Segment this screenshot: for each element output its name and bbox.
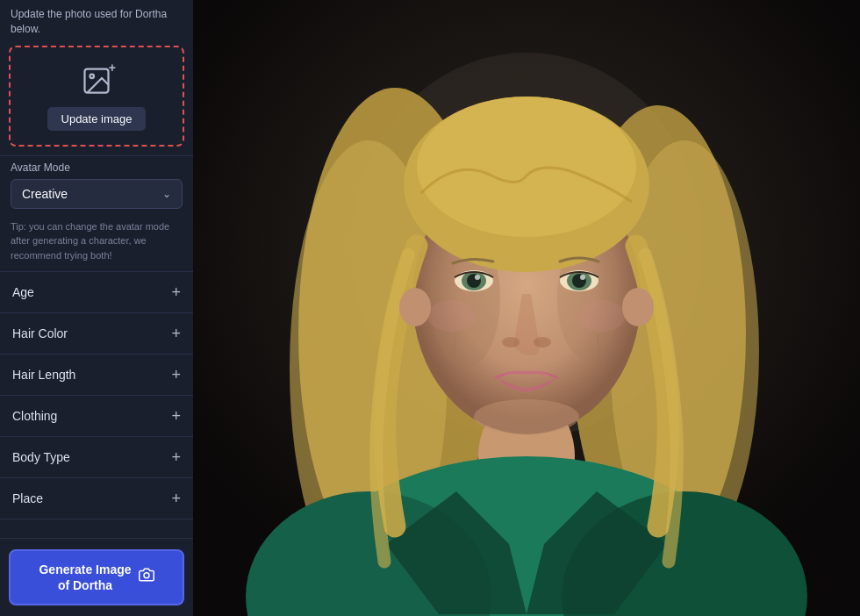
svg-point-30	[534, 337, 551, 347]
generate-image-button[interactable]: Generate Imageof Dortha	[9, 549, 184, 605]
attr-label-hair-color: Hair Color	[12, 326, 68, 340]
avatar-mode-dropdown[interactable]: Creative ⌄	[11, 179, 183, 209]
generate-btn-text: Generate Imageof Dortha	[39, 562, 131, 593]
attr-label-place: Place	[12, 491, 43, 505]
attr-plus-place: +	[171, 491, 181, 506]
avatar-mode-value: Creative	[22, 187, 68, 201]
svg-point-32	[399, 288, 431, 326]
attr-plus-body-type: +	[171, 449, 181, 465]
main-area	[193, 0, 860, 616]
svg-point-1	[90, 74, 95, 78]
sidebar: Update the photo used for Dortha below. …	[0, 0, 193, 616]
upload-area[interactable]: + Update image	[9, 46, 184, 147]
attr-plus-clothing: +	[171, 408, 181, 424]
svg-point-2	[144, 573, 149, 578]
avatar-mode-section: Avatar Mode Creative ⌄	[0, 155, 193, 212]
svg-point-19	[427, 300, 477, 332]
svg-point-20	[577, 300, 626, 332]
attr-row-hair-color[interactable]: Hair Color +	[0, 313, 193, 355]
avatar-tip-text: Tip: you can change the avatar mode afte…	[0, 212, 193, 272]
plus-badge: +	[109, 61, 116, 74]
attr-label-body-type: Body Type	[12, 450, 70, 464]
attr-row-clothing[interactable]: Clothing +	[0, 396, 193, 437]
svg-point-33	[622, 288, 654, 326]
svg-point-18	[417, 97, 636, 237]
instruction-text: Update the photo used for Dortha below.	[0, 0, 193, 46]
camera-icon	[139, 567, 154, 588]
image-icon	[81, 65, 112, 97]
upload-icon: +	[77, 61, 116, 100]
attr-plus-age: +	[171, 284, 181, 300]
attributes-list: Age + Hair Color + Hair Length + Clothin…	[0, 271, 193, 538]
portrait-svg	[193, 0, 860, 616]
attr-label-clothing: Clothing	[12, 409, 57, 423]
svg-point-24	[475, 275, 480, 280]
attr-row-age[interactable]: Age +	[0, 272, 193, 313]
svg-point-28	[580, 275, 585, 280]
attr-row-place[interactable]: Place +	[0, 478, 193, 519]
attr-label-age: Age	[12, 285, 34, 299]
generate-btn-wrap: Generate Imageof Dortha	[0, 538, 193, 616]
attr-row-hair-length[interactable]: Hair Length +	[0, 355, 193, 396]
attr-row-body-type[interactable]: Body Type +	[0, 437, 193, 478]
attr-plus-hair-length: +	[171, 367, 181, 383]
chevron-down-icon: ⌄	[162, 188, 171, 200]
avatar-mode-label: Avatar Mode	[11, 161, 183, 174]
update-image-button[interactable]: Update image	[47, 107, 147, 131]
attr-label-hair-length: Hair Length	[12, 368, 75, 382]
svg-point-29	[502, 337, 520, 347]
portrait-canvas	[193, 0, 860, 616]
svg-point-31	[474, 399, 579, 434]
attr-plus-hair-color: +	[171, 326, 181, 341]
